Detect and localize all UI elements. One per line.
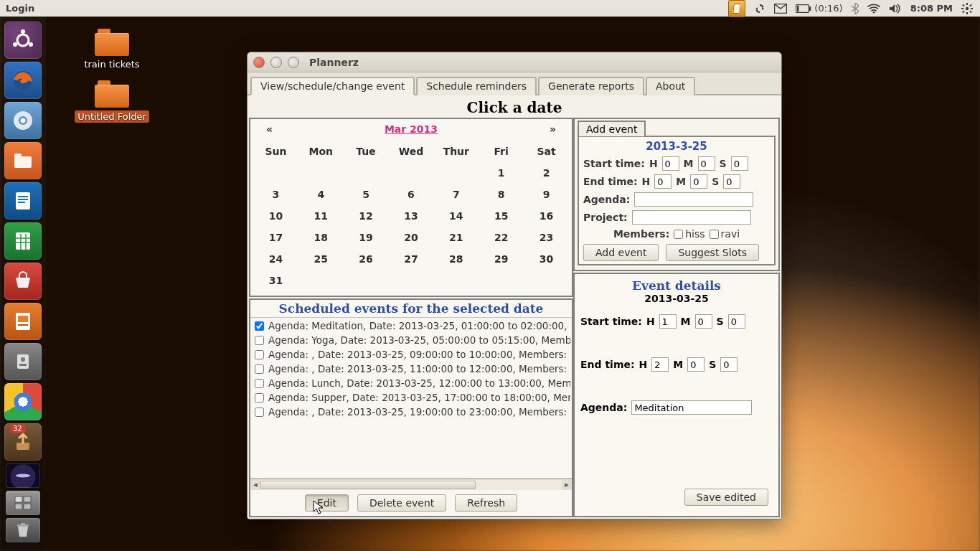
add-event-tab[interactable]: Add event [578, 121, 646, 136]
event-checkbox[interactable] [255, 379, 264, 388]
firefox-icon[interactable] [4, 62, 42, 99]
folder-train-tickets[interactable]: train tickets [69, 29, 155, 70]
libreoffice-writer-icon[interactable] [4, 182, 42, 220]
event-checkbox[interactable] [255, 321, 264, 331]
calendar-day-cell[interactable]: 5 [344, 184, 389, 205]
calendar-day-cell[interactable]: 21 [433, 227, 479, 248]
details-agenda-input[interactable] [631, 400, 752, 415]
clock[interactable]: 8:08 PM [910, 3, 953, 14]
event-row[interactable]: Agenda: , Date: 2013-03-25, 09:00:00 to … [252, 347, 570, 362]
calendar-day-cell[interactable]: 7 [433, 184, 479, 205]
event-checkbox[interactable] [255, 336, 264, 345]
scroll-thumb[interactable] [260, 481, 476, 489]
eclipse-icon[interactable] [6, 463, 40, 488]
volume-icon[interactable] [889, 4, 902, 14]
calendar-day-cell[interactable]: 10 [253, 205, 298, 227]
details-start-min[interactable] [695, 314, 712, 329]
calendar-day-cell[interactable]: 3 [253, 184, 298, 205]
member-ravi-checkbox[interactable]: ravi [710, 228, 740, 240]
tab-reports[interactable]: Generate reports [538, 77, 644, 95]
calendar-day-cell[interactable]: 17 [253, 227, 298, 248]
suggest-slots-button[interactable]: Suggest Slots [666, 244, 759, 261]
calendar-day-cell[interactable]: 24 [253, 248, 298, 270]
google-chrome-icon[interactable] [4, 383, 42, 420]
calendar-day-cell[interactable]: 29 [479, 248, 524, 270]
details-end-hour[interactable] [651, 357, 669, 372]
bluetooth-icon[interactable] [852, 3, 859, 14]
events-hscrollbar[interactable]: ◂ ▸ [250, 479, 572, 490]
end-min-input[interactable] [690, 174, 707, 189]
window-titlebar[interactable]: Plannerz [248, 52, 781, 72]
scroll-track[interactable] [260, 480, 562, 490]
battery-indicator[interactable]: (0:16) [796, 3, 842, 14]
workspace-switcher-icon[interactable] [6, 491, 40, 515]
calendar-day-cell[interactable]: 11 [298, 205, 344, 227]
calendar-day-cell[interactable]: 16 [524, 205, 569, 227]
calendar-day-cell[interactable]: 2 [524, 162, 569, 184]
calendar-day-cell[interactable]: 19 [344, 227, 389, 248]
end-sec-input[interactable] [723, 174, 740, 189]
start-hour-input[interactable] [662, 156, 679, 171]
event-checkbox[interactable] [255, 350, 264, 359]
system-settings-icon[interactable] [4, 343, 42, 380]
trash-icon[interactable] [6, 518, 40, 542]
calendar-day-cell[interactable]: 25 [298, 248, 344, 270]
refresh-button[interactable]: Refresh [455, 494, 517, 512]
scroll-left-arrow[interactable]: ◂ [250, 480, 260, 490]
libreoffice-calc-icon[interactable] [4, 222, 42, 260]
calendar-day-cell[interactable]: 4 [298, 184, 344, 205]
event-row[interactable]: Agenda: , Date: 2013-03-25, 11:00:00 to … [252, 362, 570, 376]
details-end-min[interactable] [687, 357, 705, 372]
calendar-day-cell[interactable]: 30 [524, 248, 569, 270]
end-hour-input[interactable] [654, 174, 672, 189]
calendar-day-cell[interactable]: 8 [479, 184, 524, 205]
calendar-prev-button[interactable]: « [266, 123, 273, 135]
calendar-day-cell[interactable]: 13 [389, 205, 434, 227]
edit-button[interactable]: Edit [305, 494, 349, 512]
window-close-button[interactable] [253, 57, 265, 68]
calendar-day-cell[interactable]: 22 [479, 227, 524, 248]
event-row[interactable]: Agenda: Lunch, Date: 2013-03-25, 12:00:0… [252, 376, 570, 390]
app-indicator-icon[interactable] [728, 0, 745, 17]
session-gear-icon[interactable] [961, 3, 973, 14]
calendar-day-cell[interactable]: 6 [389, 184, 434, 205]
calendar-day-cell[interactable]: 9 [524, 184, 569, 205]
delete-event-button[interactable]: Delete event [357, 494, 446, 512]
calendar-day-cell[interactable]: 14 [433, 205, 479, 227]
save-edited-button[interactable]: Save edited [684, 489, 768, 506]
chromium-icon[interactable] [4, 102, 42, 139]
agenda-input[interactable] [634, 192, 753, 207]
member-hiss-checkbox[interactable]: hiss [674, 228, 705, 240]
sync-icon[interactable] [754, 3, 765, 14]
libreoffice-impress-icon[interactable] [4, 303, 42, 340]
calendar-day-cell[interactable]: 26 [344, 248, 389, 270]
calendar-day-cell[interactable]: 31 [253, 270, 298, 291]
tab-reminders[interactable]: Schedule reminders [416, 77, 537, 95]
add-event-button[interactable]: Add event [583, 244, 659, 261]
mail-icon[interactable] [774, 4, 787, 14]
window-minimize-button[interactable] [270, 57, 282, 68]
event-checkbox[interactable] [255, 393, 264, 402]
dash-home-icon[interactable] [4, 22, 42, 59]
software-updater-icon[interactable] [4, 423, 42, 461]
event-row[interactable]: Agenda: Yoga, Date: 2013-03-25, 05:00:00… [252, 333, 570, 347]
event-row[interactable]: Agenda: Supper, Date: 2013-03-25, 17:00:… [252, 390, 570, 405]
software-center-icon[interactable] [4, 263, 42, 300]
calendar-next-button[interactable]: » [550, 123, 556, 135]
calendar-day-cell[interactable]: 1 [479, 162, 524, 184]
event-checkbox[interactable] [255, 364, 264, 374]
calendar-day-cell[interactable]: 28 [433, 248, 479, 270]
network-icon[interactable] [867, 4, 880, 14]
calendar-day-cell[interactable]: 20 [389, 227, 434, 248]
details-end-sec[interactable] [720, 357, 738, 372]
files-icon[interactable] [4, 142, 42, 179]
tab-view-schedule[interactable]: View/schedule/change event [250, 77, 415, 95]
calendar-day-cell[interactable]: 12 [344, 205, 389, 227]
event-row[interactable]: Agenda: , Date: 2013-03-25, 19:00:00 to … [252, 405, 570, 419]
project-input[interactable] [632, 210, 751, 225]
calendar-day-cell[interactable]: 18 [298, 227, 344, 248]
tab-about[interactable]: About [646, 77, 695, 95]
details-start-hour[interactable] [659, 314, 677, 329]
start-sec-input[interactable] [731, 156, 748, 171]
start-min-input[interactable] [698, 156, 715, 171]
